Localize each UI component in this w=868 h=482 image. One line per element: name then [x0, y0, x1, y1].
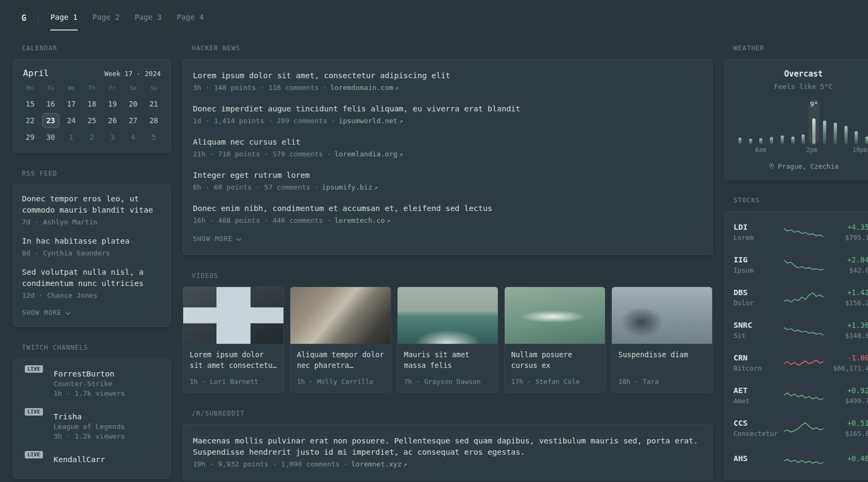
hackernews-item-title[interactable]: Donec imperdiet augue tincidunt felis al… — [193, 103, 702, 115]
rss-item-title[interactable]: Sed volutpat nulla nisl, a condimentum n… — [22, 267, 162, 289]
video-thumbnail[interactable] — [398, 287, 498, 344]
hackernews-item-stats: 1d · 1,414 points · 299 comments · — [193, 117, 335, 125]
calendar-weekday-row: MoTuWeThFrSaSu — [13, 84, 170, 96]
weather-temp-bar — [791, 137, 795, 144]
weather-hour-column — [798, 99, 809, 144]
video-meta: 1h · Lori Barnett — [190, 378, 277, 386]
hackernews-item-title[interactable]: Lorem ipsum dolor sit amet, consectetur … — [193, 70, 702, 81]
video-title[interactable]: Lorem ipsum dolor sit amet consectetu… — [190, 349, 277, 371]
video-thumbnail[interactable] — [183, 287, 283, 344]
weather-temp-bar — [823, 120, 826, 144]
weather-time-label: 2pm — [806, 146, 818, 154]
stock-identity: DBS Dolor — [734, 288, 784, 307]
stock-values: +1.42% $156.28 — [824, 288, 868, 307]
weather-temp-bar — [749, 139, 752, 144]
stock-name: Ipsum — [734, 266, 784, 274]
stock-identity: IIG Ipsum — [734, 255, 784, 274]
video-thumbnail[interactable] — [290, 287, 391, 344]
stocks-widget: STOCKS LDI Lorem +4.35% $795.18 — [724, 197, 868, 479]
page-tab[interactable]: Page 1 — [50, 5, 78, 31]
hackernews-show-more-button[interactable]: SHOW MORE — [193, 235, 702, 243]
hackernews-item-domain-link[interactable]: ipsumify.biz↗ — [322, 183, 378, 191]
video-thumbnail[interactable] — [612, 287, 712, 344]
hackernews-item-domain-link[interactable]: loremtech.co↗ — [334, 216, 390, 224]
twitch-channel-game[interactable]: League of Legends — [54, 423, 125, 431]
hackernews-item-title[interactable]: Integer eget rutrum lorem — [193, 170, 702, 181]
video-title[interactable]: Aliquam tempor dolor nec pharetra… — [297, 349, 384, 371]
twitch-channel-name[interactable]: Trisha — [54, 412, 125, 421]
app-logo[interactable]: G — [21, 13, 26, 23]
rss-show-more-button[interactable]: SHOW MORE — [22, 309, 162, 317]
stock-sparkline-chart — [784, 322, 824, 338]
stock-change-percent: +1.42% — [824, 288, 868, 297]
twitch-widget: TWITCH CHANNELS LIVE ForrestBurton Count… — [13, 344, 171, 479]
weather-location-name: Prague, Czechia — [778, 162, 839, 170]
stock-row[interactable]: AET Amet +0.92% $499.72 — [725, 379, 868, 412]
hackernews-item-domain-link[interactable]: loremlandia.org↗ — [334, 150, 403, 158]
twitch-channel-name[interactable]: KendallCarr — [54, 455, 105, 464]
calendar-day: 26 — [104, 113, 121, 128]
hackernews-item: Lorem ipsum dolor sit amet, consectetur … — [193, 70, 702, 92]
twitch-channel-info: Trisha League of Legends 3h · 1.2k viewe… — [54, 412, 125, 440]
stock-row[interactable]: IIG Ipsum +2.84% $42.04 — [725, 248, 868, 281]
hackernews-item-domain-link[interactable]: ipsumworld.net↗ — [339, 117, 403, 125]
rss-item-title[interactable]: In hac habitasse platea — [22, 236, 162, 247]
stock-row[interactable]: CRN Bitcorn -1.00% $66,171.48 — [725, 347, 868, 379]
hackernews-item: Donec enim nibh, condimentum et accumsan… — [193, 203, 702, 224]
page-tab[interactable]: Page 3 — [134, 5, 162, 31]
hackernews-item-title[interactable]: Aliquam nec cursus elit — [193, 137, 702, 148]
weather-widget: WEATHER Overcast Feels like 5°C — [724, 44, 868, 179]
video-card-body: Mauris sit amet massa felis 7h · Grayson… — [398, 344, 498, 392]
calendar-day: 5 — [145, 130, 162, 145]
subreddit-post-domain-link[interactable]: loremnet.xyz↗ — [351, 460, 407, 468]
stock-price: $42.04 — [824, 266, 868, 274]
stock-change-percent: -1.00% — [824, 353, 868, 362]
rss-item-title[interactable]: Donec tempor eros leo, ut commodo mauris… — [22, 193, 162, 216]
stock-row[interactable]: CCS Consectetur +0.51% $165.84 — [725, 412, 868, 445]
twitch-channel-row: LIVE KendallCarr — [13, 449, 170, 474]
stock-sparkline-wrap — [784, 388, 824, 404]
stock-row[interactable]: DBS Dolor +1.42% $156.28 — [725, 281, 868, 314]
weather-condition: Overcast — [734, 69, 868, 79]
stock-ticker: AET — [734, 386, 784, 395]
stock-row[interactable]: LDI Lorem +4.35% $795.18 — [725, 216, 868, 248]
hackernews-item-meta: 3h · 148 points · 116 comments ·loremdom… — [193, 84, 702, 92]
stock-row[interactable]: AHS +0.46% — [725, 445, 868, 475]
page-tab[interactable]: Page 2 — [93, 5, 120, 31]
page-tabs: Page 1Page 2Page 3Page 4 — [50, 5, 204, 31]
stock-sparkline-wrap — [784, 322, 824, 338]
hackernews-item-meta: 16h · 468 points · 440 comments ·loremte… — [193, 216, 702, 224]
video-card: Mauris sit amet massa felis 7h · Grayson… — [397, 287, 498, 393]
page-tab[interactable]: Page 4 — [177, 5, 204, 31]
stock-price: $66,171.48 — [824, 364, 868, 372]
stocks-widget-title: STOCKS — [734, 197, 868, 204]
stock-sparkline-chart — [784, 224, 824, 240]
subreddit-post-domain: loremnet.xyz — [351, 460, 402, 468]
stock-ticker: LDI — [734, 223, 784, 231]
subreddit-post-title[interactable]: Maecenas mollis pulvinar erat non posuer… — [193, 435, 702, 458]
weather-temp-bar — [738, 138, 742, 144]
weather-temp-bar — [865, 137, 868, 144]
subreddit-list: Maecenas mollis pulvinar erat non posuer… — [193, 435, 702, 468]
hackernews-item-domain: loremtech.co — [334, 216, 385, 224]
hackernews-item-title[interactable]: Donec enim nibh, condimentum et accumsan… — [193, 203, 702, 214]
video-title[interactable]: Mauris sit amet massa felis — [404, 349, 491, 371]
video-title[interactable]: Suspendisse diam — [618, 349, 706, 360]
twitch-channel-game[interactable]: Counter-Strike — [54, 380, 125, 388]
calendar-weekday: We — [61, 84, 81, 93]
video-meta: 1h · Molly Carrillo — [297, 378, 384, 386]
stock-sparkline-wrap — [784, 451, 824, 468]
hackernews-item-domain-link[interactable]: loremdomain.com↗ — [330, 84, 399, 92]
rss-widget: RSS FEED Donec tempor eros leo, ut commo… — [13, 170, 171, 327]
external-link-icon: ↗ — [399, 117, 403, 125]
stock-values: +1.36% $148.64 — [824, 321, 868, 340]
twitch-channel-name[interactable]: ForrestBurton — [54, 370, 125, 378]
video-thumbnail[interactable] — [505, 287, 605, 344]
dashboard-columns: CALENDAR April Week 17 · 2024 MoTuWeThFr… — [0, 31, 868, 482]
calendar-day: 1 — [63, 130, 80, 145]
video-title[interactable]: Nullam posuere cursus ex — [511, 349, 598, 371]
calendar-card: April Week 17 · 2024 MoTuWeThFrSaSu 1516… — [13, 59, 171, 153]
hackernews-item-stats: 6h · 60 points · 57 comments · — [193, 183, 319, 191]
stock-row[interactable]: SNRC Sit +1.36% $148.64 — [725, 314, 868, 347]
rss-show-more-label: SHOW MORE — [22, 309, 62, 317]
